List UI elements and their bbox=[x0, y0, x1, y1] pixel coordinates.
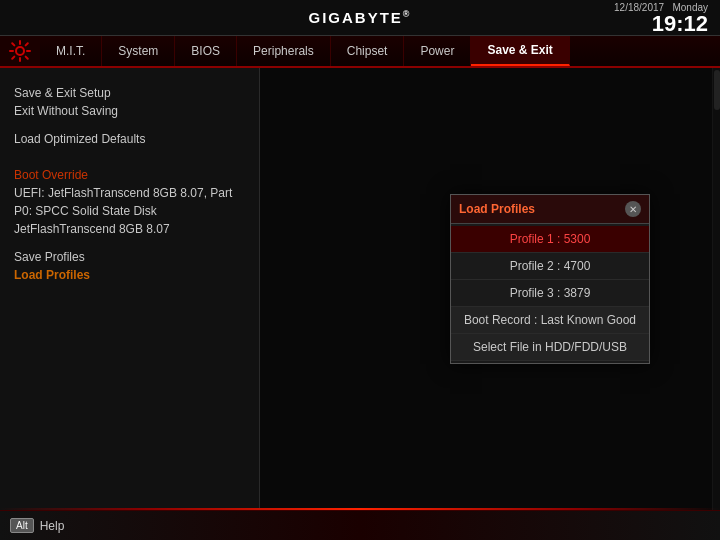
boot-uefi[interactable]: UEFI: JetFlashTranscend 8GB 8.07, Part bbox=[14, 184, 245, 202]
load-profiles[interactable]: Load Profiles bbox=[14, 266, 245, 284]
profile-item-3[interactable]: Profile 3 : 3879 bbox=[451, 280, 649, 307]
bottom-bar: Alt Help bbox=[0, 510, 720, 540]
main-content: Save & Exit Setup Exit Without Saving Lo… bbox=[0, 68, 720, 510]
select-file-item[interactable]: Select File in HDD/FDD/USB bbox=[451, 334, 649, 361]
navbar: M.I.T. System BIOS Peripherals Chipset P… bbox=[0, 36, 720, 68]
exit-without-saving[interactable]: Exit Without Saving bbox=[14, 102, 245, 120]
alt-key-badge: Alt bbox=[10, 518, 34, 533]
nav-power[interactable]: Power bbox=[404, 36, 471, 66]
svg-point-0 bbox=[16, 47, 24, 55]
spacer2 bbox=[14, 148, 245, 158]
load-profiles-modal: Load Profiles ✕ Profile 1 : 5300 Profile… bbox=[450, 194, 650, 364]
save-profiles[interactable]: Save Profiles bbox=[14, 248, 245, 266]
nav-save-exit[interactable]: Save & Exit bbox=[471, 36, 569, 66]
header: GIGABYTE® 12/18/2017 Monday 19:12 bbox=[0, 0, 720, 36]
boot-record-item[interactable]: Boot Record : Last Known Good bbox=[451, 307, 649, 334]
spacer1 bbox=[14, 120, 245, 130]
boot-override-section: Boot Override bbox=[14, 166, 245, 184]
gear-icon bbox=[0, 36, 40, 66]
modal-header: Load Profiles ✕ bbox=[451, 195, 649, 224]
help-label: Help bbox=[40, 519, 65, 533]
modal-overlay: Load Profiles ✕ Profile 1 : 5300 Profile… bbox=[260, 68, 720, 510]
time-text: 19:12 bbox=[614, 13, 708, 35]
load-optimized-defaults[interactable]: Load Optimized Defaults bbox=[14, 130, 245, 148]
save-exit-setup[interactable]: Save & Exit Setup bbox=[14, 84, 245, 102]
red-decorative-line bbox=[0, 508, 720, 510]
left-panel: Save & Exit Setup Exit Without Saving Lo… bbox=[0, 68, 260, 510]
brand-title: GIGABYTE® bbox=[309, 9, 412, 26]
nav-mit[interactable]: M.I.T. bbox=[40, 36, 102, 66]
nav-bios[interactable]: BIOS bbox=[175, 36, 237, 66]
right-panel: Load Profiles ✕ Profile 1 : 5300 Profile… bbox=[260, 68, 720, 510]
boot-p0[interactable]: P0: SPCC Solid State Disk bbox=[14, 202, 245, 220]
nav-peripherals[interactable]: Peripherals bbox=[237, 36, 331, 66]
nav-chipset[interactable]: Chipset bbox=[331, 36, 405, 66]
profile-item-2[interactable]: Profile 2 : 4700 bbox=[451, 253, 649, 280]
nav-system[interactable]: System bbox=[102, 36, 175, 66]
datetime-display: 12/18/2017 Monday 19:12 bbox=[614, 2, 708, 35]
spacer3 bbox=[14, 238, 245, 248]
modal-title: Load Profiles bbox=[459, 202, 535, 216]
modal-body: Profile 1 : 5300 Profile 2 : 4700 Profil… bbox=[451, 224, 649, 363]
boot-jetflash[interactable]: JetFlashTranscend 8GB 8.07 bbox=[14, 220, 245, 238]
modal-close-button[interactable]: ✕ bbox=[625, 201, 641, 217]
profile-item-1[interactable]: Profile 1 : 5300 bbox=[451, 226, 649, 253]
